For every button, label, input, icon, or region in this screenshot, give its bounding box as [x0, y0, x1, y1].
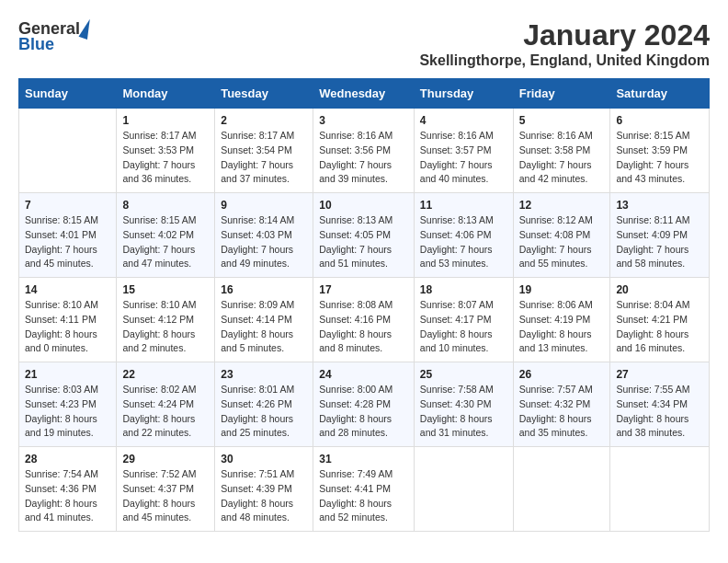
logo-triangle-icon: [79, 17, 95, 40]
day-detail: Sunrise: 8:17 AMSunset: 3:54 PMDaylight:…: [221, 129, 307, 187]
day-detail: Sunrise: 8:09 AMSunset: 4:14 PMDaylight:…: [221, 298, 307, 356]
day-cell: 9Sunrise: 8:14 AMSunset: 4:03 PMDaylight…: [215, 193, 313, 278]
day-detail: Sunrise: 8:14 AMSunset: 4:03 PMDaylight:…: [221, 213, 307, 271]
day-number: 1: [122, 114, 209, 127]
day-cell: 30Sunrise: 7:51 AMSunset: 4:39 PMDayligh…: [215, 447, 313, 532]
day-cell: 27Sunrise: 7:55 AMSunset: 4:34 PMDayligh…: [610, 362, 710, 447]
logo-blue: Blue: [18, 35, 54, 54]
day-detail: Sunrise: 8:15 AMSunset: 4:02 PMDaylight:…: [122, 213, 209, 271]
day-detail: Sunrise: 8:12 AMSunset: 4:08 PMDaylight:…: [519, 213, 605, 271]
day-number: 26: [519, 368, 605, 381]
day-cell: 6Sunrise: 8:15 AMSunset: 3:59 PMDaylight…: [610, 109, 710, 193]
header-thursday: Thursday: [414, 79, 513, 109]
day-detail: Sunrise: 8:16 AMSunset: 3:56 PMDaylight:…: [319, 129, 408, 187]
day-number: 18: [420, 283, 507, 296]
day-cell: 23Sunrise: 8:01 AMSunset: 4:26 PMDayligh…: [215, 362, 313, 447]
day-detail: Sunrise: 7:55 AMSunset: 4:34 PMDaylight:…: [616, 383, 703, 441]
day-cell: 10Sunrise: 8:13 AMSunset: 4:05 PMDayligh…: [313, 193, 415, 278]
header: General Blue January 2024 Skellingthorpe…: [18, 18, 710, 69]
header-friday: Friday: [513, 79, 610, 109]
day-cell: 19Sunrise: 8:06 AMSunset: 4:19 PMDayligh…: [513, 278, 610, 362]
day-detail: Sunrise: 8:13 AMSunset: 4:06 PMDaylight:…: [420, 213, 507, 271]
day-cell: 29Sunrise: 7:52 AMSunset: 4:37 PMDayligh…: [117, 447, 215, 532]
header-saturday: Saturday: [610, 79, 710, 109]
day-number: 22: [122, 368, 209, 381]
day-detail: Sunrise: 8:16 AMSunset: 3:58 PMDaylight:…: [519, 129, 605, 187]
day-detail: Sunrise: 7:49 AMSunset: 4:41 PMDaylight:…: [319, 467, 408, 525]
day-number: 6: [616, 114, 703, 127]
day-number: 12: [519, 199, 605, 212]
day-cell: 22Sunrise: 8:02 AMSunset: 4:24 PMDayligh…: [117, 362, 215, 447]
day-cell: [513, 447, 610, 532]
day-detail: Sunrise: 8:04 AMSunset: 4:21 PMDaylight:…: [616, 298, 703, 356]
day-number: 14: [25, 283, 110, 296]
day-number: 11: [420, 199, 507, 212]
day-cell: 24Sunrise: 8:00 AMSunset: 4:28 PMDayligh…: [313, 362, 415, 447]
day-cell: 28Sunrise: 7:54 AMSunset: 4:36 PMDayligh…: [19, 447, 117, 532]
day-cell: 11Sunrise: 8:13 AMSunset: 4:06 PMDayligh…: [414, 193, 513, 278]
day-cell: 14Sunrise: 8:10 AMSunset: 4:11 PMDayligh…: [19, 278, 117, 362]
day-number: 23: [221, 368, 307, 381]
day-number: 2: [221, 114, 307, 127]
day-number: 3: [319, 114, 408, 127]
day-number: 9: [221, 199, 307, 212]
week-row-4: 21Sunrise: 8:03 AMSunset: 4:23 PMDayligh…: [19, 362, 710, 447]
day-cell: 25Sunrise: 7:58 AMSunset: 4:30 PMDayligh…: [414, 362, 513, 447]
day-cell: 7Sunrise: 8:15 AMSunset: 4:01 PMDaylight…: [19, 193, 117, 278]
header-wednesday: Wednesday: [313, 79, 415, 109]
week-row-5: 28Sunrise: 7:54 AMSunset: 4:36 PMDayligh…: [19, 447, 710, 532]
day-number: 29: [122, 453, 209, 465]
day-cell: 15Sunrise: 8:10 AMSunset: 4:12 PMDayligh…: [117, 278, 215, 362]
day-number: 20: [616, 283, 703, 296]
calendar-header-row: SundayMondayTuesdayWednesdayThursdayFrid…: [19, 79, 710, 109]
day-number: 10: [319, 199, 408, 212]
day-detail: Sunrise: 8:13 AMSunset: 4:05 PMDaylight:…: [319, 213, 408, 271]
day-detail: Sunrise: 8:08 AMSunset: 4:16 PMDaylight:…: [319, 298, 408, 356]
day-number: 15: [122, 283, 209, 296]
day-cell: [414, 447, 513, 532]
day-cell: 21Sunrise: 8:03 AMSunset: 4:23 PMDayligh…: [19, 362, 117, 447]
day-detail: Sunrise: 8:10 AMSunset: 4:11 PMDaylight:…: [25, 298, 110, 356]
title-section: January 2024 Skellingthorpe, England, Un…: [419, 18, 710, 69]
day-number: 24: [319, 368, 408, 381]
day-cell: 26Sunrise: 7:57 AMSunset: 4:32 PMDayligh…: [513, 362, 610, 447]
day-detail: Sunrise: 8:06 AMSunset: 4:19 PMDaylight:…: [519, 298, 605, 356]
day-number: 28: [25, 453, 110, 465]
day-detail: Sunrise: 8:11 AMSunset: 4:09 PMDaylight:…: [616, 213, 703, 271]
month-title: January 2024: [419, 18, 710, 52]
day-cell: 18Sunrise: 8:07 AMSunset: 4:17 PMDayligh…: [414, 278, 513, 362]
day-number: 8: [122, 199, 209, 212]
day-cell: 3Sunrise: 8:16 AMSunset: 3:56 PMDaylight…: [313, 109, 415, 193]
day-detail: Sunrise: 8:00 AMSunset: 4:28 PMDaylight:…: [319, 383, 408, 441]
day-cell: 31Sunrise: 7:49 AMSunset: 4:41 PMDayligh…: [313, 447, 415, 532]
day-detail: Sunrise: 8:03 AMSunset: 4:23 PMDaylight:…: [25, 383, 110, 441]
header-tuesday: Tuesday: [215, 79, 313, 109]
day-cell: 2Sunrise: 8:17 AMSunset: 3:54 PMDaylight…: [215, 109, 313, 193]
day-detail: Sunrise: 8:01 AMSunset: 4:26 PMDaylight:…: [221, 383, 307, 441]
day-number: 30: [221, 453, 307, 465]
day-detail: Sunrise: 8:07 AMSunset: 4:17 PMDaylight:…: [420, 298, 507, 356]
day-detail: Sunrise: 8:15 AMSunset: 4:01 PMDaylight:…: [25, 213, 110, 271]
day-cell: 20Sunrise: 8:04 AMSunset: 4:21 PMDayligh…: [610, 278, 710, 362]
day-number: 5: [519, 114, 605, 127]
day-cell: [610, 447, 710, 532]
calendar-table: SundayMondayTuesdayWednesdayThursdayFrid…: [18, 78, 710, 532]
day-number: 19: [519, 283, 605, 296]
day-number: 16: [221, 283, 307, 296]
week-row-2: 7Sunrise: 8:15 AMSunset: 4:01 PMDaylight…: [19, 193, 710, 278]
day-detail: Sunrise: 7:58 AMSunset: 4:30 PMDaylight:…: [420, 383, 507, 441]
day-cell: 13Sunrise: 8:11 AMSunset: 4:09 PMDayligh…: [610, 193, 710, 278]
day-number: 21: [25, 368, 110, 381]
header-sunday: Sunday: [19, 79, 117, 109]
day-detail: Sunrise: 7:51 AMSunset: 4:39 PMDaylight:…: [221, 467, 307, 525]
day-cell: 5Sunrise: 8:16 AMSunset: 3:58 PMDaylight…: [513, 109, 610, 193]
location-title: Skellingthorpe, England, United Kingdom: [419, 52, 710, 69]
logo: General Blue: [18, 18, 91, 54]
day-detail: Sunrise: 8:16 AMSunset: 3:57 PMDaylight:…: [420, 129, 507, 187]
day-number: 13: [616, 199, 703, 212]
day-detail: Sunrise: 7:57 AMSunset: 4:32 PMDaylight:…: [519, 383, 605, 441]
week-row-1: 1Sunrise: 8:17 AMSunset: 3:53 PMDaylight…: [19, 109, 710, 193]
day-detail: Sunrise: 8:02 AMSunset: 4:24 PMDaylight:…: [122, 383, 209, 441]
day-cell: 17Sunrise: 8:08 AMSunset: 4:16 PMDayligh…: [313, 278, 415, 362]
day-number: 7: [25, 199, 110, 212]
